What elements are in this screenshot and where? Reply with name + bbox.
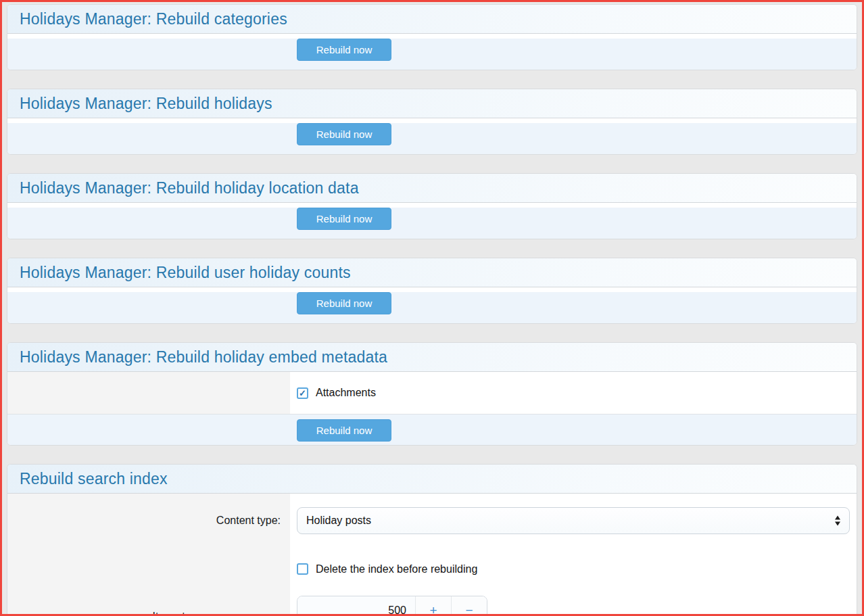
panel-title: Holidays Manager: Rebuild user holiday c… bbox=[20, 264, 351, 282]
rebuild-now-button[interactable]: Rebuild now bbox=[297, 39, 391, 61]
items-per-page-input[interactable] bbox=[297, 596, 415, 616]
row-control-cell: Delete the index before rebuilding bbox=[290, 548, 857, 588]
row-control-cell: + − bbox=[290, 588, 857, 616]
row-control-cell: Holiday posts bbox=[290, 494, 857, 548]
stepper-increment-button[interactable]: + bbox=[415, 596, 451, 616]
rebuild-now-button[interactable]: Rebuild now bbox=[297, 123, 391, 145]
content-type-select[interactable]: Holiday posts bbox=[297, 507, 850, 534]
row-control-cell: ✓ Attachments bbox=[290, 372, 857, 414]
submit-row: Rebuild now bbox=[7, 292, 857, 323]
delete-index-checkbox-label[interactable]: Delete the index before rebuilding bbox=[316, 563, 477, 575]
panel-title: Rebuild search index bbox=[20, 470, 168, 488]
attachments-checkbox[interactable]: ✓ bbox=[297, 387, 308, 399]
page: Holidays Manager: Rebuild categories Reb… bbox=[0, 0, 864, 616]
panel-title: Holidays Manager: Rebuild holidays bbox=[20, 95, 272, 113]
rebuild-now-button[interactable]: Rebuild now bbox=[297, 208, 391, 230]
panel-rebuild-categories: Holidays Manager: Rebuild categories Reb… bbox=[7, 4, 857, 70]
rebuild-now-button[interactable]: Rebuild now bbox=[297, 419, 391, 442]
panel-title: Holidays Manager: Rebuild holiday embed … bbox=[20, 348, 387, 366]
attachments-row: ✓ Attachments bbox=[7, 372, 857, 414]
stepper-decrement-button[interactable]: − bbox=[451, 596, 487, 616]
row-label-cell bbox=[7, 548, 290, 588]
submit-row: Rebuild now bbox=[7, 414, 857, 445]
content-type-row: Content type: Holiday posts bbox=[7, 494, 857, 548]
panel-header: Rebuild search index bbox=[7, 465, 857, 494]
panel-header: Holidays Manager: Rebuild holiday embed … bbox=[7, 343, 857, 372]
delete-index-row: Delete the index before rebuilding bbox=[7, 548, 857, 588]
attachments-checkbox-label[interactable]: Attachments bbox=[316, 387, 376, 399]
panel-title: Holidays Manager: Rebuild categories bbox=[20, 10, 287, 28]
row-label-cell bbox=[7, 372, 290, 414]
panel-header: Holidays Manager: Rebuild categories bbox=[7, 5, 857, 34]
submit-row: Rebuild now bbox=[7, 123, 857, 154]
items-per-page-stepper: + − bbox=[297, 596, 487, 616]
panel-title: Holidays Manager: Rebuild holiday locati… bbox=[20, 179, 359, 197]
panel-rebuild-search-index: Rebuild search index Content type: Holid… bbox=[7, 464, 857, 616]
panel-rebuild-holiday-location-data: Holidays Manager: Rebuild holiday locati… bbox=[7, 173, 857, 239]
panel-header: Holidays Manager: Rebuild holidays bbox=[7, 89, 857, 118]
content-type-selected-value: Holiday posts bbox=[306, 515, 371, 527]
content-type-label: Content type: bbox=[7, 494, 290, 548]
rebuild-now-button[interactable]: Rebuild now bbox=[297, 292, 391, 314]
check-icon: ✓ bbox=[299, 388, 306, 397]
submit-row: Rebuild now bbox=[7, 39, 857, 70]
panel-rebuild-user-holiday-counts: Holidays Manager: Rebuild user holiday c… bbox=[7, 258, 857, 324]
delete-index-checkbox[interactable] bbox=[297, 563, 308, 575]
items-per-page-label: Items to process per page: bbox=[7, 588, 290, 616]
items-per-page-row: Items to process per page: + − bbox=[7, 588, 857, 616]
panel-header: Holidays Manager: Rebuild holiday locati… bbox=[7, 174, 857, 203]
submit-row: Rebuild now bbox=[7, 208, 857, 239]
panel-rebuild-holiday-embed-metadata: Holidays Manager: Rebuild holiday embed … bbox=[7, 342, 857, 446]
select-arrows-icon bbox=[835, 516, 840, 526]
panel-rebuild-holidays: Holidays Manager: Rebuild holidays Rebui… bbox=[7, 89, 857, 155]
panel-header: Holidays Manager: Rebuild user holiday c… bbox=[7, 258, 857, 287]
